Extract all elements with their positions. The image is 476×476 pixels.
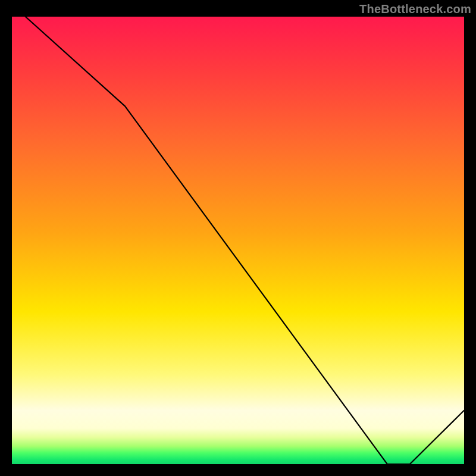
bottleneck-curve-path <box>26 17 464 464</box>
chart-area <box>12 17 464 464</box>
bottleneck-curve-svg <box>12 17 464 464</box>
attribution-label: TheBottleneck.com <box>359 2 471 16</box>
page-root: TheBottleneck.com <box>0 0 476 476</box>
